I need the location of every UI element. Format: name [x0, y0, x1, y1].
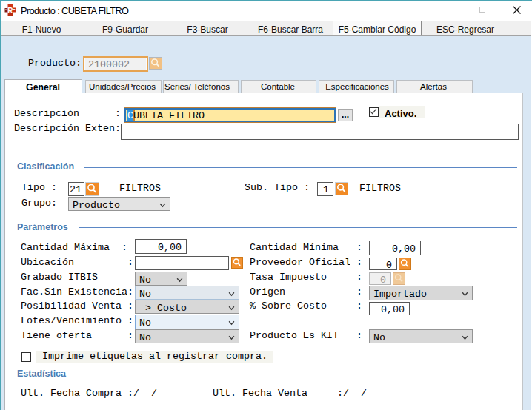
- svg-text:R: R: [7, 7, 13, 15]
